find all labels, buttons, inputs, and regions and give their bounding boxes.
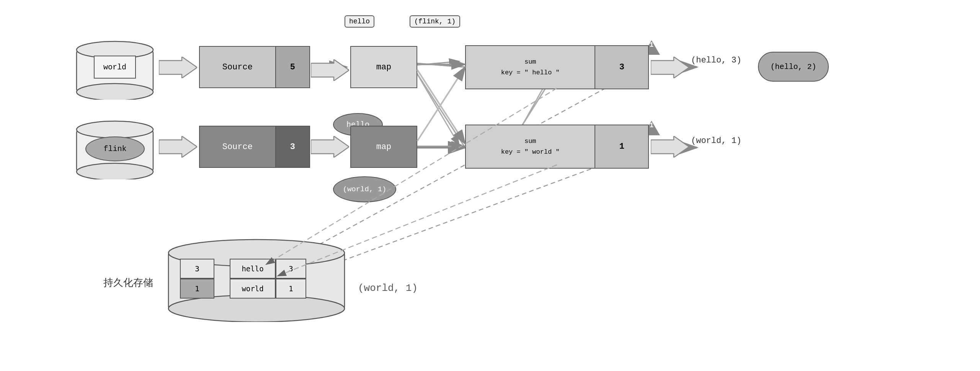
svg-marker-26 xyxy=(159,136,197,158)
svg-marker-21 xyxy=(311,59,349,81)
hollow-arrow-out-2 xyxy=(651,136,689,159)
svg-point-31 xyxy=(168,295,345,322)
result-1: (hello, 2) xyxy=(758,52,829,82)
db-val-1: 3 xyxy=(276,259,306,279)
hollow-arrow-out-1 xyxy=(651,57,689,80)
source-num-1: 5 xyxy=(276,47,309,87)
cylinder-2: flink xyxy=(75,118,155,179)
source-label-1: Source xyxy=(200,47,276,87)
source-box-1: Source 5 xyxy=(199,46,310,88)
source-box-2: Source 3 xyxy=(199,126,310,168)
cylinder-1: world xyxy=(75,38,155,96)
diagram-container: world Source 5 hello map (flink, 1) hell… xyxy=(0,0,980,371)
db-count-1: 3 xyxy=(180,259,214,279)
keysum-box-2: sum key = " world " 1 xyxy=(465,125,649,169)
svg-line-9 xyxy=(415,61,459,65)
svg-line-33 xyxy=(417,70,465,144)
source-label-2: Source xyxy=(200,126,276,167)
svg-line-10 xyxy=(415,71,459,146)
svg-line-3 xyxy=(415,63,465,67)
svg-marker-28 xyxy=(651,136,689,158)
db-count-2: 1 xyxy=(180,279,214,299)
ellipse-world-1: (world, 1) xyxy=(333,176,396,202)
svg-line-34 xyxy=(417,67,465,141)
map-box-1: map xyxy=(350,46,417,88)
svg-point-19 xyxy=(77,84,153,100)
output-label-1: (hello, 3) xyxy=(691,56,742,65)
hollow-arrow-2 xyxy=(159,136,197,159)
bubble-flink-1: (flink, 1) xyxy=(410,15,460,28)
hollow-arrow-sm-2 xyxy=(311,136,349,159)
arrow-source-map-1 xyxy=(311,59,349,83)
cylinder-2-ellipse: flink xyxy=(85,136,145,161)
db-key-1: hello xyxy=(230,259,276,279)
svg-marker-20 xyxy=(159,57,197,78)
output-label-2: (world, 1) xyxy=(691,136,742,146)
bubble-hello-top: hello xyxy=(345,15,374,28)
keysum-text-1: sum key = " hello " xyxy=(466,46,595,89)
keysum-num-2: 1 xyxy=(595,125,648,168)
svg-point-25 xyxy=(77,163,153,179)
map-box-2: map xyxy=(350,126,417,168)
keysum-box-1: sum key = " hello " 3 xyxy=(465,45,649,89)
source-num-2: 3 xyxy=(276,126,309,167)
db-val-2: 1 xyxy=(276,279,306,299)
db-key-2: world xyxy=(230,279,276,299)
hollow-arrow-1 xyxy=(159,57,197,80)
hello-world-label: (world, 1) xyxy=(358,282,418,294)
svg-marker-22 xyxy=(651,57,689,78)
svg-line-4 xyxy=(415,71,465,148)
svg-point-24 xyxy=(77,121,153,138)
cylinder-1-label: world xyxy=(94,56,136,79)
keysum-num-1: 3 xyxy=(595,46,648,89)
svg-marker-27 xyxy=(311,136,349,158)
keysum-text-2: sum key = " world " xyxy=(466,125,595,168)
storage-label: 持久化存储 xyxy=(103,276,153,289)
db-cylinder: 3 1 hello 3 world 1 xyxy=(165,238,348,324)
